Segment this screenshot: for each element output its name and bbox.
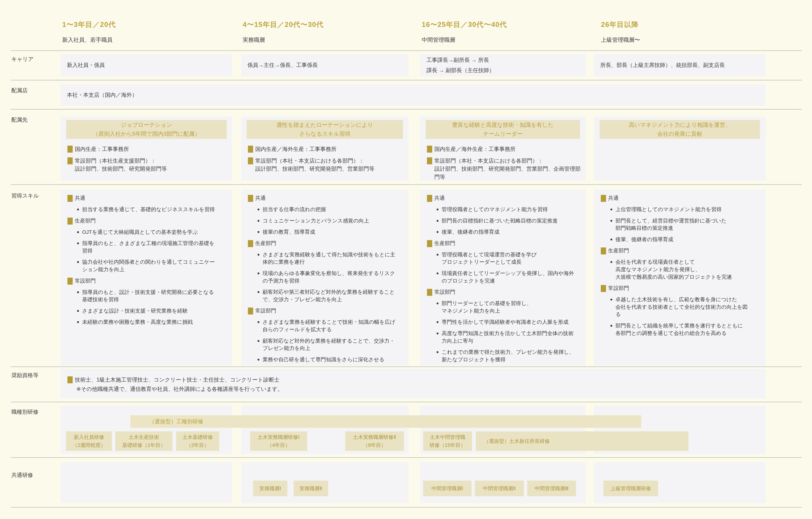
training-box-practical-2: 土木実務職層研修Ⅱ （8年目） <box>345 431 404 451</box>
skill-entry: 顧客対応や第三者対応など対外的な業務を経験すること で、交渉力・プレゼン能力を向… <box>258 288 409 303</box>
skill-entry: 業務や自己研を通して専門知識をさらに深化させる <box>258 356 409 363</box>
career-cell-stage-2: 係員→主任→係長、工事係長 <box>241 54 409 76</box>
bullet-icon <box>77 310 79 312</box>
skill-text: 後輩、後継者の指導育成 <box>442 228 499 236</box>
assignment-bullet-list: 国内生産／海外生産：工事事務所常設部門（本社・本支店における各部門）： 設計部門… <box>420 145 586 181</box>
career-text: 係員→主任→係長、工事係長 <box>248 62 409 68</box>
bullet-icon <box>258 220 259 222</box>
skill-text: 共通 <box>434 194 445 202</box>
skill-entry: 担当する業務を通じて、基礎的なビジネススキルを習得 <box>77 206 232 213</box>
column-subtitle: 新入社員、若手職員 <box>62 37 116 42</box>
row-label-career: キャリア <box>11 56 33 63</box>
skill-entry: 後輩、後継者の指導育成 <box>437 228 586 236</box>
skill-entry: 協力会社や社内関係者との関わりを通してコミュニケー ション能力を向上 <box>77 258 232 273</box>
skill-entry: 顧客対応など対外的な業務を経験することで、交渉力・ プレゼン能力を向上 <box>258 337 409 352</box>
skill-entry: 常設部門 <box>601 284 765 292</box>
bullet-icon <box>437 209 438 210</box>
bullet-icon <box>248 195 253 202</box>
career-cell-stage-3: 工事課長→副所長 → 所長 課長 → 副部長（主任技師） <box>420 54 586 76</box>
skill-text: 上位管理職としてのマネジメント能力を習得 <box>615 206 722 213</box>
skill-text: 現場のあらゆる事象変化を察知し、将来発生するリスク の予測力を習得 <box>263 270 395 284</box>
skill-text: 顧客対応など対外的な業務を経験することで、交渉力・ プレゼン能力を向上 <box>263 337 395 352</box>
assignment-bullet-list: 国内生産：工事事務所常設部門（本社生産支援部門）： 設計部門、技術部門、研究開発… <box>61 145 232 173</box>
office-text: 本社・本支店（国内／海外） <box>67 91 137 99</box>
square-bullet-icon <box>67 146 73 153</box>
square-bullet-icon <box>427 157 432 164</box>
skill-text: 卓越した土木技術を有し、広範な教養を身につけた 会社を代表する技術者として全社的… <box>615 296 748 318</box>
qualification-note: ※その他職種共通で、通信教育や社員、社外講師による各種講座等を行っています。 <box>76 385 765 393</box>
skill-text: 後輩、後継者の指導育成 <box>615 236 673 243</box>
skill-entry: 部門長として、経営目標や運営指針に基づいた 部門戦略目標の策定推進 <box>610 217 765 232</box>
list-item: 国内生産／海外生産：工事事務所 <box>427 145 586 153</box>
bullet-icon <box>601 195 606 202</box>
bullet-icon <box>437 351 438 353</box>
row-label-skills: 習得スキル <box>11 192 39 200</box>
common-box-practical-2: 実務職層Ⅱ <box>294 481 328 496</box>
bullet-icon <box>67 278 73 285</box>
skill-text: 部門長として、経営目標や運営指針に基づいた 部門戦略目標の策定推進 <box>615 217 727 232</box>
common-training-cell-stage-1 <box>61 462 232 503</box>
assignment-cell-stage-1: ジョブローテション （原則入社から5年間で国内3部門に配属） 国内生産：工事事務… <box>61 117 232 181</box>
skill-entry: 常設部門 <box>248 307 409 314</box>
selective-training-band: （選抜型）工種別研修 <box>130 415 641 428</box>
row-label-assignment: 配属先 <box>11 116 28 123</box>
skill-entry: 管理役職者として現場運営の基礎を学び プロジェクトリーダーとして成長 <box>437 251 586 266</box>
skill-entry: 卓越した土木技術を有し、広範な教養を身につけた 会社を代表する技術者として全社的… <box>610 296 765 318</box>
assignment-banner: 高いマネジメント力により相識を運営、 会社の発展に貢献 <box>600 120 760 139</box>
skill-entry: 指導員のもと、設計・技術支援・研究開発に必要となる 基礎技術を習得 <box>77 288 232 303</box>
skill-text: 業務や自己研を通して専門知識をさらに深化させる <box>263 356 384 363</box>
qualification-entry: 技術士、1級土木施工管理技士、コンクリート技士・主任技士、コンクリート診断士 <box>67 376 765 384</box>
list-item-text: 国内生産／海外生産：工事事務所 <box>434 145 516 153</box>
career-text: 新入社員・係員 <box>67 62 232 68</box>
skill-text: 協力会社や社内関係者との関わりを通してコミュニケー ション能力を向上 <box>82 258 215 273</box>
square-bullet-icon <box>67 376 73 383</box>
training-box-practical-1: 土木実務職層研修Ⅰ （4年目） <box>250 431 307 451</box>
skill-entry: 専門性を活かして学識経験者や有識者との人脈を形成 <box>437 318 586 326</box>
skill-text: 管理役職者としてのマネジメント能力を習得 <box>442 206 548 213</box>
skill-entry: 生産部門 <box>248 240 409 247</box>
office-cell: 本社・本支店（国内／海外） <box>61 84 765 105</box>
banner-text: 適性を踏まえたローテーションにより さらなるスキル習得 <box>277 121 373 138</box>
bullet-icon <box>427 195 432 202</box>
skill-entry: 部門長として組織を統率して業務を遂行するとともに 各部門との調整を通じて会社の総… <box>610 322 765 337</box>
square-bullet-icon <box>248 157 253 164</box>
skill-entry: 常設部門 <box>67 277 232 285</box>
skill-text: 部門長の目標指針に基づいた戦略目標の策定推進 <box>442 217 558 224</box>
skill-entry: 高度な専門知識と技術力を活かして土木部門全体の技術 力向上に寄与 <box>437 330 586 344</box>
bullet-icon <box>258 291 259 293</box>
career-path-chart: 1〜3年目／20代 新入社員、若手職員 4〜15年目／20代〜30代 実務職層 … <box>0 0 812 519</box>
skill-text: コミュニケーション力とバランス感覚の向上 <box>263 217 369 224</box>
square-bullet-icon <box>427 146 432 153</box>
bullet-icon <box>258 272 259 274</box>
list-item: 常設部門（本社・本支店における各部門）： 設計部門、技術部門、研究開発部門、営業… <box>248 157 409 173</box>
training-box-production-basic: 土木生産技術 基礎研修（1年目） <box>115 431 172 451</box>
skills-cell-stage-2: 共通担当する仕事の流れの把握コミュニケーション力とバランス感覚の向上後輩の教育、… <box>241 189 409 366</box>
row-divider <box>11 402 802 402</box>
skill-text: 後輩の教育、指導育成 <box>263 228 315 236</box>
skill-entry: 共通 <box>427 194 586 202</box>
bullet-icon <box>437 231 438 233</box>
list-item: 常設部門（本社生産支援部門）： 設計部門、技術部門、研究開発部門等 <box>67 157 232 173</box>
bullet-icon <box>67 195 73 202</box>
career-text: 所長、部長（上級主席技師）、統括部長、副支店長 <box>600 62 765 68</box>
career-text: 課長 → 副部長（主任技師） <box>427 67 586 73</box>
training-box-new-site-manager: （選抜型）土木新任所長研修 <box>476 431 689 451</box>
training-box-middle-management: 土木中間管理職 研修（15年目） <box>423 431 472 451</box>
skill-entry: 共通 <box>601 194 765 202</box>
skill-text: 専門性を活かして学識経験者や有識者との人脈を形成 <box>442 318 569 326</box>
skill-text: 常設部門 <box>75 277 96 285</box>
column-header-stage-1: 1〜3年目／20代 新入社員、若手職員 <box>62 21 116 42</box>
skill-text: 担当する業務を通じて、基礎的なビジネススキルを習得 <box>82 206 215 213</box>
bullet-icon <box>77 291 79 293</box>
bullet-icon <box>248 240 253 247</box>
row-label-qualifications: 奨励資格等 <box>11 372 38 379</box>
skill-text: 指導員のもと、さまざまな工種の現場施工管理の基礎を 習得 <box>82 240 214 254</box>
skill-text: 管理役職者として現場運営の基礎を学び プロジェクトリーダーとして成長 <box>442 251 537 266</box>
bullet-icon <box>610 325 612 327</box>
column-header-stage-2: 4〜15年目／20代〜30代 実務職層 <box>243 21 324 42</box>
skill-text: 共通 <box>608 194 618 202</box>
list-item-text: 常設部門（本社・本支店における各部門）： 設計部門、技術部門、研究開発部門、営業… <box>434 157 586 181</box>
square-bullet-icon <box>248 146 253 153</box>
common-box-senior: 上級管理職層研修 <box>603 481 658 496</box>
skill-text: 生産部門 <box>608 247 629 254</box>
